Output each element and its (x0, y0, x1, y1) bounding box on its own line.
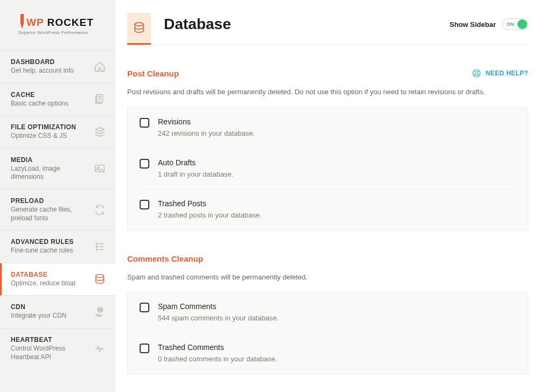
sidebar-item-title: DASHBOARD (11, 58, 74, 66)
lifebuoy-icon (472, 68, 481, 78)
sidebar-item-desc: Optimize CSS & JS (11, 132, 76, 141)
checkbox-trashed-comments[interactable] (140, 344, 149, 353)
sidebar-item-advanced-rules[interactable]: ADVANCED RULES Fine-tune cache rules (0, 230, 115, 263)
option-title: Revisions (158, 117, 255, 126)
sidebar-item-title: FILE OPTIMIZATION (11, 123, 76, 131)
sidebar-item-desc: LazyLoad, image dimensions (11, 165, 94, 181)
sidebar-item-file-optimization[interactable]: FILE OPTIMIZATION Optimize CSS & JS (0, 116, 115, 149)
show-sidebar-control: Show Sidebar ON (450, 18, 528, 39)
svg-point-8 (135, 23, 143, 26)
svg-point-5 (96, 249, 98, 250)
rocket-carrot-icon (18, 14, 26, 29)
svg-point-10 (475, 72, 478, 75)
sidebar-item-title: PRELOAD (11, 197, 94, 205)
files-icon (94, 93, 106, 105)
show-sidebar-label: Show Sidebar (450, 20, 496, 29)
need-help-link[interactable]: NEED HELP? (472, 68, 528, 78)
option-desc: 242 revisions in your database. (158, 129, 255, 137)
page-header: Database Show Sidebar ON (127, 13, 528, 45)
checkbox-trashed-posts[interactable] (140, 200, 149, 209)
option-revisions: Revisions 242 revisions in your database… (140, 108, 516, 149)
checkbox-spam-comments[interactable] (140, 303, 149, 312)
option-title: Auto Drafts (158, 158, 233, 167)
sidebar-item-desc: Optimize, reduce bloat (11, 279, 75, 288)
database-icon (94, 274, 106, 285)
show-sidebar-toggle[interactable]: ON (502, 18, 528, 30)
option-auto-drafts: Auto Drafts 1 draft in your database. (140, 149, 516, 190)
refresh-icon (94, 204, 106, 216)
globe-hand-icon (94, 306, 106, 318)
sidebar-item-desc: Integrate your CDN (11, 312, 66, 320)
option-spam-comments: Spam Comments 544 spam comments in your … (140, 292, 516, 333)
heartbeat-icon (94, 343, 106, 355)
section-desc: Post revisions and drafts will be perman… (127, 87, 528, 97)
toggle-on-text: ON (507, 22, 514, 27)
option-desc: 2 trashed posts in your database. (158, 211, 261, 219)
panel-comments-cleanup: Spam Comments 544 spam comments in your … (127, 292, 528, 374)
home-icon (94, 61, 106, 73)
sidebar-item-title: ADVANCED RULES (11, 238, 74, 246)
layers-icon (94, 126, 106, 138)
sidebar: WP ROCKET Superior WordPress Performance… (0, 0, 115, 392)
sidebar-item-title: CDN (11, 303, 66, 311)
logo-title: WP ROCKET (18, 14, 105, 29)
main-panel: Database Show Sidebar ON Post Cleanup NE… (115, 0, 539, 392)
option-title: Trashed Comments (158, 343, 277, 352)
section-title: Post Cleanup (127, 69, 179, 78)
need-help-label: NEED HELP? (486, 69, 528, 77)
option-trashed-posts: Trashed Posts 2 trashed posts in your da… (140, 190, 516, 230)
logo-wp: WP (26, 17, 44, 28)
option-title: Spam Comments (158, 302, 279, 311)
svg-point-6 (96, 274, 104, 277)
section-post-cleanup: Post Cleanup NEED HELP? Post revisions a… (127, 68, 528, 230)
nav: DASHBOARD Get help, account info CACHE B… (0, 50, 115, 369)
sidebar-item-title: HEARTBEAT (11, 336, 94, 344)
image-icon (94, 163, 106, 174)
option-desc: 1 draft in your database. (158, 170, 233, 178)
sliders-icon (94, 241, 106, 253)
sidebar-item-desc: Fine-tune cache rules (11, 247, 74, 255)
checkbox-revisions[interactable] (140, 118, 149, 128)
sidebar-item-dashboard[interactable]: DASHBOARD Get help, account info (0, 50, 115, 83)
sidebar-item-desc: Generate cache files, preload fonts (11, 206, 94, 222)
sidebar-item-media[interactable]: MEDIA LazyLoad, image dimensions (0, 149, 115, 190)
checkbox-auto-drafts[interactable] (140, 159, 149, 169)
logo-tagline: Superior WordPress Performance (18, 30, 105, 35)
sidebar-item-heartbeat[interactable]: HEARTBEAT Control WordPress Heartbeat AP… (0, 328, 115, 369)
section-title: Comments Cleanup (127, 254, 203, 263)
sidebar-item-desc: Get help, account info (11, 67, 74, 75)
page-header-icon-wrap (127, 13, 151, 45)
option-desc: 544 spam comments in your database. (158, 314, 279, 322)
sidebar-item-database[interactable]: DATABASE Optimize, reduce bloat (0, 263, 115, 296)
sidebar-item-desc: Basic cache options (11, 100, 68, 108)
page-title: Database (164, 16, 437, 41)
section-desc: Spam and trashed comments will be perman… (127, 272, 528, 283)
section-comments-cleanup: Comments Cleanup Spam and trashed commen… (127, 254, 528, 375)
panel-post-cleanup: Revisions 242 revisions in your database… (127, 107, 528, 230)
sidebar-item-desc: Control WordPress Heartbeat API (11, 345, 94, 361)
logo: WP ROCKET Superior WordPress Performance (0, 0, 115, 50)
sidebar-item-cdn[interactable]: CDN Integrate your CDN (0, 296, 115, 328)
toggle-knob (517, 19, 527, 29)
sidebar-item-cache[interactable]: CACHE Basic cache options (0, 83, 115, 116)
option-title: Trashed Posts (158, 199, 261, 208)
database-icon (133, 22, 146, 34)
sidebar-item-preload[interactable]: PRELOAD Generate cache files, preload fo… (0, 190, 115, 230)
svg-point-4 (96, 246, 98, 248)
sidebar-item-title: MEDIA (11, 156, 94, 164)
logo-rocket: ROCKET (44, 17, 94, 28)
sidebar-item-title: DATABASE (11, 271, 75, 278)
option-trashed-comments: Trashed Comments 0 trashed comments in y… (140, 333, 516, 374)
svg-point-3 (96, 243, 98, 244)
option-desc: 0 trashed comments in your database. (158, 355, 277, 363)
sidebar-item-title: CACHE (11, 91, 68, 99)
